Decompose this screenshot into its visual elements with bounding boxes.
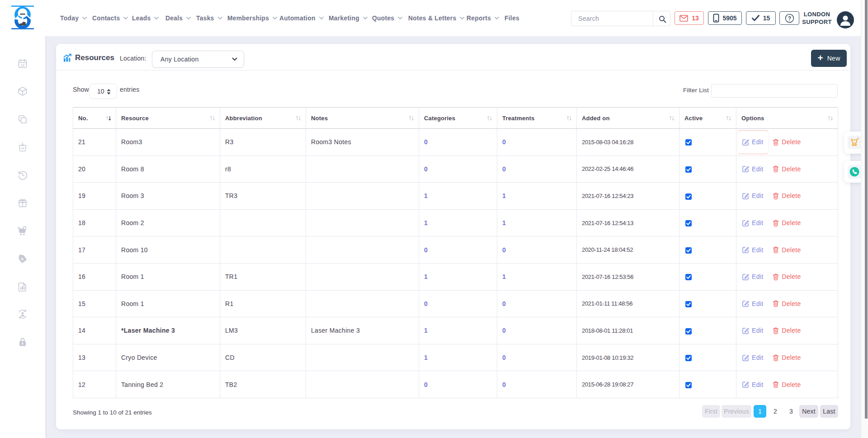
svg-text:12: 12 [21, 63, 24, 67]
svg-text:?: ? [788, 15, 791, 22]
